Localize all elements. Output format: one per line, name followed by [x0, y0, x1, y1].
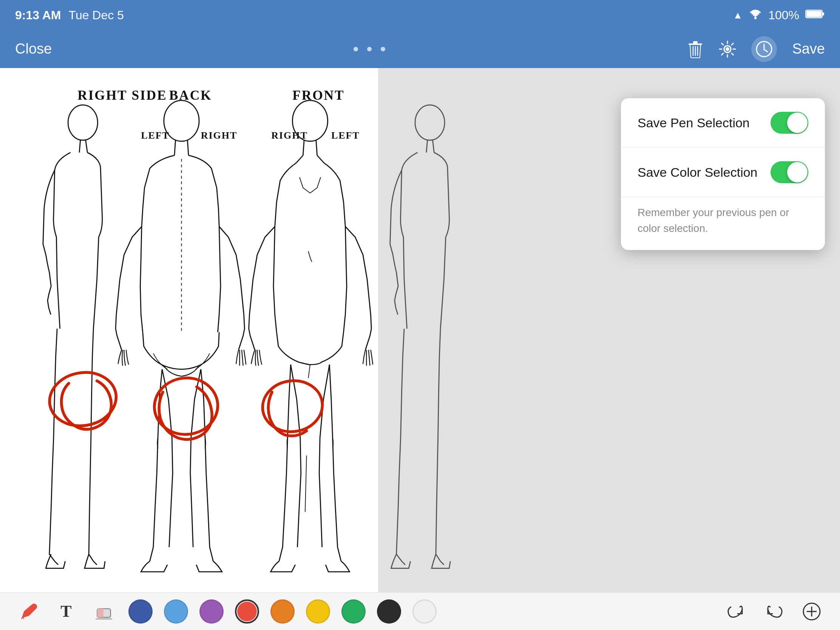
- history-button[interactable]: [751, 36, 777, 62]
- status-date: Tue Dec 5: [69, 8, 124, 22]
- toolbar-dot-3: [381, 47, 385, 51]
- color-purple[interactable]: [199, 599, 224, 624]
- svg-text:RIGHT: RIGHT: [201, 130, 237, 141]
- text-tool-button[interactable]: T: [53, 598, 79, 625]
- save-pen-row: Save Pen Selection: [621, 98, 825, 148]
- trash-button[interactable]: [687, 39, 704, 58]
- save-color-toggle[interactable]: [771, 161, 808, 183]
- color-green[interactable]: [341, 599, 366, 624]
- svg-rect-3: [806, 11, 821, 17]
- svg-rect-4: [822, 13, 824, 16]
- body-diagram: RIGHT SIDE BACK FRONT LEFT RIGHT RIGHT L…: [0, 68, 840, 592]
- status-right: ▲ 100%: [733, 8, 825, 22]
- save-color-label: Save Color Selection: [638, 165, 758, 180]
- color-red[interactable]: [235, 599, 259, 624]
- text-tool-label: T: [60, 602, 71, 621]
- save-button[interactable]: Save: [792, 41, 825, 57]
- status-time: 9:13 AM: [15, 8, 61, 22]
- main-content: RIGHT SIDE BACK FRONT LEFT RIGHT RIGHT L…: [0, 68, 840, 592]
- bottom-left-tools: T: [15, 598, 712, 625]
- toolbar-dot-1: [354, 47, 358, 51]
- toolbar-right: Save: [687, 36, 825, 62]
- color-orange[interactable]: [270, 599, 295, 624]
- settings-popover: Save Pen Selection Save Color Selection …: [621, 98, 825, 250]
- svg-rect-43: [97, 608, 104, 617]
- svg-rect-5: [688, 43, 702, 45]
- add-button[interactable]: [799, 598, 825, 625]
- svg-point-1: [754, 17, 756, 19]
- save-pen-label: Save Pen Selection: [638, 115, 750, 130]
- close-button[interactable]: Close: [15, 41, 52, 57]
- status-left: 9:13 AM Tue Dec 5: [15, 8, 124, 22]
- color-blue-dark[interactable]: [128, 599, 153, 624]
- battery-percentage: 100%: [768, 8, 799, 22]
- color-yellow[interactable]: [306, 599, 330, 624]
- toolbar-left: Close: [15, 41, 52, 57]
- eraser-tool-button[interactable]: [91, 598, 117, 625]
- svg-line-41: [21, 617, 22, 619]
- toolbar: Close: [0, 30, 840, 68]
- svg-line-15: [764, 49, 767, 52]
- svg-text:LEFT: LEFT: [141, 130, 170, 141]
- svg-point-11: [726, 47, 729, 51]
- settings-button[interactable]: [719, 40, 736, 58]
- wifi-icon: [748, 9, 762, 22]
- save-pen-toggle[interactable]: [771, 112, 808, 134]
- svg-rect-6: [693, 41, 698, 43]
- location-icon: ▲: [733, 9, 742, 21]
- pen-tool-button[interactable]: [15, 598, 41, 625]
- redo-button[interactable]: [723, 598, 749, 625]
- toolbar-dot-2: [367, 47, 372, 51]
- bottom-right-tools: [723, 598, 825, 625]
- svg-text:LEFT: LEFT: [331, 130, 360, 141]
- svg-text:RIGHT SIDE: RIGHT SIDE: [77, 88, 167, 103]
- save-color-row: Save Color Selection: [621, 148, 825, 197]
- toolbar-center: [354, 47, 385, 51]
- bottom-toolbar: T: [0, 592, 840, 630]
- save-color-toggle-knob: [787, 162, 807, 182]
- popover-description: Remember your previous pen or color sele…: [621, 197, 825, 250]
- color-white[interactable]: [412, 599, 437, 624]
- color-black[interactable]: [377, 599, 401, 624]
- battery-icon: [805, 8, 825, 22]
- save-pen-toggle-knob: [787, 112, 807, 133]
- undo-button[interactable]: [761, 598, 787, 625]
- color-blue-light[interactable]: [164, 599, 188, 624]
- svg-text:BACK: BACK: [169, 88, 212, 103]
- svg-text:FRONT: FRONT: [292, 88, 344, 103]
- status-bar: 9:13 AM Tue Dec 5 ▲ 100%: [0, 0, 840, 30]
